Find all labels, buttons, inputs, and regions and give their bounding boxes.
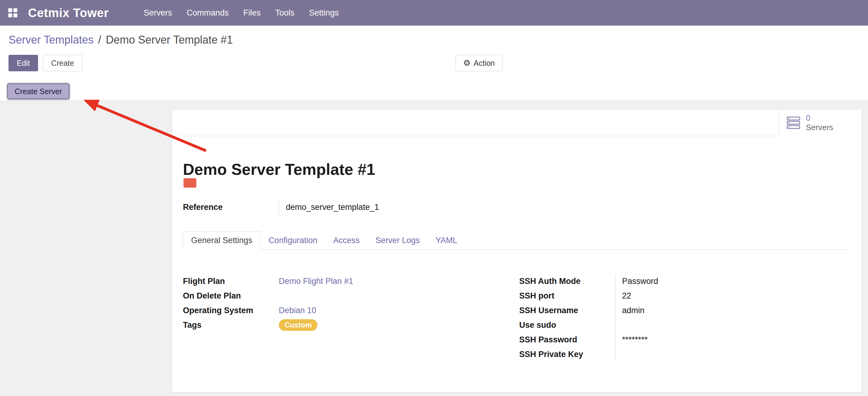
menu-item-commands[interactable]: Commands — [181, 5, 234, 21]
on-delete-plan-label: On Delete Plan — [183, 288, 279, 303]
menu-item-servers[interactable]: Servers — [138, 5, 178, 21]
apps-grid-icon[interactable] — [8, 8, 18, 18]
notebook-tabs: General Settings Configuration Access Se… — [183, 232, 851, 250]
stat-button-box — [172, 109, 862, 136]
field-group-left: Flight Plan Demo Flight Plan #1 On Delet… — [183, 274, 519, 362]
ssh-password-value: ******** — [615, 332, 851, 347]
breadcrumb-current: Demo Server Template #1 — [105, 33, 233, 46]
app-brand[interactable]: Cetmix Tower — [28, 6, 108, 20]
action-dropdown-label: Action — [473, 58, 495, 67]
field-row-ssh-password: SSH Password ******** — [519, 332, 851, 347]
create-button[interactable]: Create — [43, 55, 82, 71]
field-row-ssh-username: SSH Username admin — [519, 303, 851, 318]
use-sudo-value — [615, 318, 851, 332]
ssh-private-key-value — [615, 347, 851, 362]
tab-configuration[interactable]: Configuration — [260, 231, 326, 250]
breadcrumb: Server Templates / Demo Server Template … — [8, 33, 233, 46]
use-sudo-label: Use sudo — [519, 318, 615, 332]
field-row-ssh-port: SSH port 22 — [519, 288, 851, 303]
field-groups: Flight Plan Demo Flight Plan #1 On Delet… — [183, 274, 851, 362]
reference-value: demo_server_template_1 — [279, 198, 379, 216]
edit-button[interactable]: Edit — [8, 55, 38, 71]
create-server-bar: Create Server — [0, 82, 868, 101]
tab-general-settings[interactable]: General Settings — [183, 231, 260, 250]
field-row-on-delete-plan: On Delete Plan — [183, 288, 519, 303]
action-dropdown-button[interactable]: ⚙ Action — [456, 55, 502, 71]
ssh-username-label: SSH Username — [519, 303, 615, 318]
ssh-password-label: SSH Password — [519, 332, 615, 347]
field-row-use-sudo: Use sudo — [519, 318, 851, 332]
field-row-flight-plan: Flight Plan Demo Flight Plan #1 — [183, 274, 519, 288]
tags-label: Tags — [183, 318, 279, 332]
flight-plan-label: Flight Plan — [183, 274, 279, 288]
main-menu: Servers Commands Files Tools Settings — [138, 5, 344, 21]
ssh-port-label: SSH port — [519, 288, 615, 303]
tag-badge: Custom — [279, 319, 317, 331]
record-title: Demo Server Template #1 — [183, 160, 375, 178]
operating-system-label: Operating System — [183, 303, 279, 318]
field-row-tags: Tags Custom — [183, 318, 519, 332]
operating-system-link[interactable]: Debian 10 — [279, 306, 316, 315]
breadcrumb-separator: / — [98, 33, 101, 46]
ssh-auth-mode-label: SSH Auth Mode — [519, 274, 615, 288]
on-delete-plan-value — [279, 288, 519, 303]
servers-count: 0 — [806, 113, 833, 123]
ssh-port-value: 22 — [615, 288, 851, 303]
ssh-username-value: admin — [615, 303, 851, 318]
create-server-button[interactable]: Create Server — [7, 83, 69, 99]
reference-field-row: Reference demo_server_template_1 — [183, 198, 379, 216]
ssh-auth-mode-value: Password — [615, 274, 851, 288]
field-row-operating-system: Operating System Debian 10 — [183, 303, 519, 318]
menu-item-files[interactable]: Files — [238, 5, 266, 21]
menu-item-tools[interactable]: Tools — [269, 5, 300, 21]
menu-item-settings[interactable]: Settings — [303, 5, 344, 21]
server-stack-icon — [786, 116, 800, 129]
field-row-ssh-auth-mode: SSH Auth Mode Password — [519, 274, 851, 288]
flight-plan-link[interactable]: Demo Flight Plan #1 — [279, 277, 353, 286]
field-group-right: SSH Auth Mode Password SSH port 22 SSH U… — [519, 274, 851, 362]
tab-yaml[interactable]: YAML — [428, 231, 465, 250]
color-swatch — [184, 178, 196, 188]
breadcrumb-parent-link[interactable]: Server Templates — [8, 33, 93, 46]
field-row-ssh-private-key: SSH Private Key — [519, 347, 851, 362]
ssh-private-key-label: SSH Private Key — [519, 347, 615, 362]
servers-stat-label: Servers — [806, 123, 833, 132]
tab-server-logs[interactable]: Server Logs — [368, 231, 428, 250]
form-sheet: 0 Servers Demo Server Template #1 Refere… — [172, 109, 862, 392]
top-navbar: Cetmix Tower Servers Commands Files Tool… — [0, 0, 868, 26]
reference-label: Reference — [183, 198, 279, 216]
gear-icon: ⚙ — [463, 59, 470, 67]
stat-text: 0 Servers — [806, 113, 833, 132]
servers-stat-button[interactable]: 0 Servers — [779, 109, 862, 136]
form-buttons: Edit Create — [8, 55, 82, 71]
tab-access[interactable]: Access — [326, 231, 368, 250]
